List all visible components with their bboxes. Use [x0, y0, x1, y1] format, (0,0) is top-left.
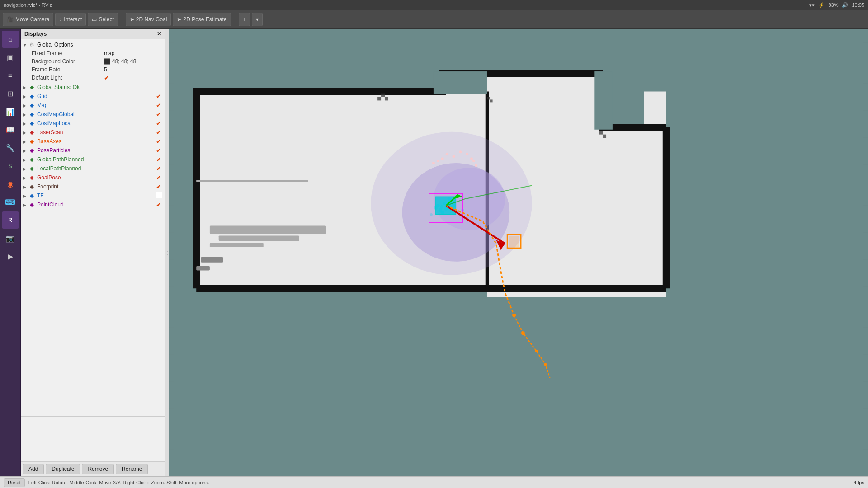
item-checkbox-6[interactable]: ✔ [156, 138, 163, 145]
svg-point-23 [470, 157, 473, 160]
tree-item-pointcloud[interactable]: ▶◆PointCloud✔ [21, 200, 165, 209]
bg-color-swatch[interactable] [104, 58, 110, 65]
svg-rect-56 [381, 94, 385, 97]
tree-item-costmapglobal[interactable]: ▶◆CostMapGlobal✔ [21, 110, 165, 119]
tree-item-poseparticles[interactable]: ▶◆PoseParticles✔ [21, 146, 165, 155]
svg-point-21 [459, 150, 462, 153]
interact-button[interactable]: ↕ Interact [55, 13, 86, 26]
item-label-1: Grid [37, 93, 156, 99]
sidebar-icon-chrome[interactable]: ◉ [2, 175, 19, 192]
add-button[interactable]: Add [23, 464, 44, 474]
tree-item-globalpathplanned[interactable]: ▶◆GlobalPathPlanned✔ [21, 155, 165, 164]
item-checkbox-11[interactable]: ✔ [156, 183, 163, 190]
svg-rect-55 [377, 97, 381, 100]
global-options-item[interactable]: ▼ ⚙ Global Options [21, 40, 165, 49]
reset-button[interactable]: Reset [4, 478, 25, 487]
item-label-6: BaseAxes [37, 138, 156, 145]
sidebar-icon-rviz[interactable]: R [2, 211, 19, 229]
pose-estimate-button[interactable]: ➤ 2D Pose Estimate [173, 13, 231, 26]
expand-icon-6: ▶ [23, 139, 28, 144]
svg-rect-61 [490, 99, 493, 102]
sidebar-icon-terminal[interactable]: $ [2, 157, 19, 174]
item-checkbox-3[interactable]: ✔ [156, 111, 163, 118]
sidebar-icon-monitor[interactable]: ▣ [2, 49, 19, 66]
statusbar: Reset Left-Click: Rotate. Middle-Click: … [0, 476, 868, 488]
svg-point-24 [432, 162, 435, 164]
pose-estimate-icon: ➤ [177, 16, 181, 23]
svg-point-22 [466, 153, 468, 155]
item-label-10: GoalPose [37, 174, 156, 181]
item-icon-7: ◆ [28, 147, 35, 154]
item-label-8: GlobalPathPlanned [37, 156, 156, 163]
expand-icon-4: ▶ [23, 121, 28, 126]
tree-item-globalstatus:ok[interactable]: ▶◆Global Status: Ok [21, 83, 165, 92]
tree-item-baseaxes[interactable]: ▶◆BaseAxes✔ [21, 137, 165, 146]
sidebar-icon-camera[interactable]: 📷 [2, 230, 19, 247]
tree-item-localpathplanned[interactable]: ▶◆LocalPathPlanned✔ [21, 164, 165, 173]
item-checkbox-4[interactable]: ✔ [156, 120, 163, 127]
item-checkbox-12[interactable] [156, 192, 163, 199]
sidebar-icon-media[interactable]: ▶ [2, 248, 19, 265]
tree-item-costmaplocal[interactable]: ▶◆CostMapLocal✔ [21, 119, 165, 128]
titlebar-left: navigation.rviz* - RViz [4, 2, 52, 8]
tree-item-grid[interactable]: ▶◆Grid✔ [21, 92, 165, 101]
svg-point-20 [452, 155, 455, 158]
svg-point-18 [441, 157, 444, 160]
item-checkbox-10[interactable]: ✔ [156, 174, 163, 181]
tree-item-footprint[interactable]: ▶◆Footprint✔ [21, 182, 165, 191]
svg-rect-12 [210, 243, 264, 247]
expand-icon-7: ▶ [23, 148, 28, 153]
displays-close-icon[interactable]: ✕ [157, 31, 161, 37]
rename-button[interactable]: Rename [116, 464, 148, 474]
fixed-frame-label: Fixed Frame [32, 50, 104, 56]
tree-item-map[interactable]: ▶◆Map✔ [21, 101, 165, 110]
item-checkbox-13[interactable]: ✔ [156, 201, 163, 208]
item-checkbox-1[interactable]: ✔ [156, 93, 163, 100]
global-options-icon: ⚙ [28, 41, 35, 48]
sidebar-icons: ⌂ ▣ ≡ ⊞ 📊 📖 🔧 $ ◉ ⌨ R 📷 ▶ [0, 29, 21, 476]
tree-item-tf[interactable]: ▶◆TF [21, 191, 165, 200]
frame-rate-value[interactable]: 5 [104, 66, 163, 73]
svg-point-54 [544, 363, 547, 366]
displays-header: Displays ✕ [21, 29, 165, 39]
default-light-check-icon: ✔ [104, 74, 109, 81]
sidebar-icon-vscode[interactable]: ⌨ [2, 193, 19, 211]
sidebar-icon-home[interactable]: ⌂ [2, 31, 19, 48]
tool-dropdown-button[interactable]: ▾ [252, 13, 263, 26]
displays-tree: ▼ ⚙ Global Options Fixed Frame map Backg… [21, 39, 165, 416]
default-light-checkbox[interactable]: ✔ [104, 74, 163, 81]
viewport[interactable] [169, 29, 868, 476]
sidebar-icon-wrench[interactable]: 🔧 [2, 139, 19, 156]
global-options-section: ▼ ⚙ Global Options Fixed Frame map Backg… [21, 39, 165, 83]
fixed-frame-value[interactable]: map [104, 50, 163, 56]
item-checkbox-9[interactable]: ✔ [156, 165, 163, 172]
sidebar-icon-book[interactable]: 📖 [2, 121, 19, 138]
item-checkbox-7[interactable]: ✔ [156, 147, 163, 154]
battery-status: 83% [828, 2, 838, 8]
tree-item-laserscan[interactable]: ▶◆LaserScan✔ [21, 128, 165, 137]
add-tool-button[interactable]: + [239, 13, 250, 26]
item-icon-13: ◆ [28, 201, 35, 208]
item-label-11: Footprint [37, 183, 156, 190]
svg-point-52 [521, 331, 525, 335]
item-icon-5: ◆ [28, 129, 35, 136]
nav-goal-button[interactable]: ➤ 2D Nav Goal [126, 13, 171, 26]
item-checkbox-5[interactable]: ✔ [156, 129, 163, 136]
resize-handle[interactable]: ⋮ [165, 29, 169, 476]
item-checkbox-8[interactable]: ✔ [156, 156, 163, 163]
speaker-icon: 🔊 [842, 2, 848, 8]
tree-item-goalpose[interactable]: ▶◆GoalPose✔ [21, 173, 165, 182]
item-icon-8: ◆ [28, 156, 35, 163]
svg-rect-50 [509, 236, 519, 247]
item-icon-2: ◆ [28, 102, 35, 109]
sidebar-icon-chart[interactable]: 📊 [2, 103, 19, 120]
svg-rect-57 [385, 97, 388, 100]
displays-title: Displays [24, 31, 47, 37]
move-camera-button[interactable]: 🎥 Move Camera [3, 13, 53, 26]
select-button[interactable]: ▭ Select [88, 13, 118, 26]
remove-button[interactable]: Remove [82, 464, 114, 474]
sidebar-icon-grid[interactable]: ⊞ [2, 85, 19, 102]
sidebar-icon-list[interactable]: ≡ [2, 67, 19, 84]
item-checkbox-2[interactable]: ✔ [156, 102, 163, 109]
duplicate-button[interactable]: Duplicate [46, 464, 80, 474]
